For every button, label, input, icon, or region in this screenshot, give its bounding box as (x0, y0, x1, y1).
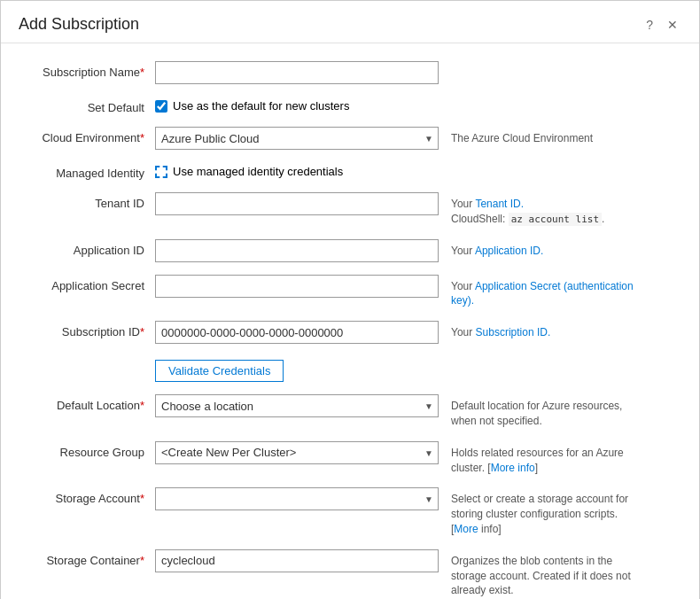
default-location-row: Default Location* Choose a location ▼ De… (22, 394, 678, 429)
application-id-hint: Your Application ID. (451, 239, 543, 259)
resource-group-row: Resource Group <Create New Per Cluster> … (22, 441, 678, 476)
subscription-id-label: Subscription ID* (22, 321, 155, 338)
default-location-label: Default Location* (22, 394, 155, 412)
application-id-input[interactable] (155, 239, 439, 262)
storage-account-select-wrapper: ▼ (155, 487, 439, 510)
storage-container-row: Storage Container* Organizes the blob co… (22, 549, 678, 598)
cloud-environment-hint: The Azure Cloud Environment (451, 127, 593, 146)
set-default-checkbox-label[interactable]: Use as the default for new clusters (173, 99, 349, 113)
tenant-id-hint: Your Tenant ID. CloudShell: az account l… (451, 192, 604, 227)
cloud-environment-input-area: Azure Public Cloud Azure Government Clou… (155, 127, 439, 150)
storage-account-more-link[interactable]: More (454, 523, 478, 535)
resource-group-hint: Holds related resources for an Azure clu… (451, 441, 646, 476)
set-default-input-area: Use as the default for new clusters (155, 97, 439, 113)
cloud-environment-label: Cloud Environment* (22, 127, 155, 144)
add-subscription-dialog: Add Subscription ? ✕ Subscription Name* … (0, 0, 700, 599)
subscription-name-input-area (155, 61, 439, 84)
cloud-environment-select-wrapper: Azure Public Cloud Azure Government Clou… (155, 127, 439, 150)
storage-container-input-area (155, 549, 439, 572)
application-secret-hint: Your Application Secret (authentication … (451, 275, 646, 309)
subscription-id-link[interactable]: Subscription ID. (476, 326, 551, 338)
application-secret-input-area (155, 275, 439, 298)
set-default-checkbox[interactable] (155, 100, 167, 113)
application-id-link[interactable]: Application ID. (475, 245, 543, 257)
application-secret-input[interactable] (155, 275, 439, 298)
help-button[interactable]: ? (642, 16, 657, 34)
resource-group-select-wrapper: <Create New Per Cluster> ▼ (155, 441, 439, 464)
subscription-id-input[interactable] (155, 321, 439, 344)
default-location-select[interactable]: Choose a location (155, 394, 439, 417)
tenant-id-input-area (155, 192, 439, 215)
dialog-titlebar: Add Subscription ? ✕ (1, 1, 699, 43)
application-id-row: Application ID Your Application ID. (22, 239, 678, 262)
subscription-id-input-area (155, 321, 439, 344)
managed-identity-row: Managed Identity Use managed identity cr… (22, 162, 678, 180)
resource-group-input-area: <Create New Per Cluster> ▼ (155, 441, 439, 464)
set-default-label: Set Default (22, 97, 155, 114)
tenant-id-link[interactable]: Tenant ID. (475, 198, 524, 210)
storage-container-hint: Organizes the blob contents in the stora… (451, 549, 646, 598)
managed-identity-checkbox-label[interactable]: Use managed identity credentials (173, 165, 343, 178)
storage-account-select[interactable] (155, 487, 439, 510)
managed-identity-label: Managed Identity (22, 162, 155, 180)
storage-container-input[interactable] (155, 549, 439, 572)
validate-credentials-spacer (22, 356, 155, 361)
managed-identity-checkbox-row: Use managed identity credentials (155, 162, 439, 178)
resource-group-label: Resource Group (22, 441, 155, 459)
application-id-input-area (155, 239, 439, 262)
subscription-name-input[interactable] (155, 61, 439, 84)
tenant-id-input[interactable] (155, 192, 439, 215)
subscription-id-row: Subscription ID* Your Subscription ID. (22, 321, 678, 344)
validate-credentials-row: Validate Credentials (22, 356, 678, 382)
tenant-id-label: Tenant ID (22, 192, 155, 210)
tenant-id-row: Tenant ID Your Tenant ID. CloudShell: az… (22, 192, 678, 227)
dialog-title: Add Subscription (19, 15, 139, 34)
storage-account-label: Storage Account* (22, 487, 155, 505)
close-button[interactable]: ✕ (664, 16, 681, 34)
tenant-id-code: az account list (509, 213, 602, 226)
cloud-environment-row: Cloud Environment* Azure Public Cloud Az… (22, 127, 678, 150)
resource-group-more-info-link[interactable]: More info (491, 462, 535, 474)
application-secret-link[interactable]: Application Secret (authentication key). (451, 280, 634, 307)
managed-identity-checkbox[interactable] (155, 166, 167, 178)
cloud-environment-select[interactable]: Azure Public Cloud Azure Government Clou… (155, 127, 439, 150)
default-location-input-area: Choose a location ▼ (155, 394, 439, 417)
validate-credentials-btn-area: Validate Credentials (155, 356, 439, 382)
application-secret-row: Application Secret Your Application Secr… (22, 275, 678, 309)
set-default-row: Set Default Use as the default for new c… (22, 97, 678, 114)
subscription-name-row: Subscription Name* (22, 61, 678, 84)
default-location-hint: Default location for Azure resources, wh… (451, 394, 646, 429)
storage-account-hint: Select or create a storage account for s… (451, 487, 646, 536)
dialog-controls: ? ✕ (642, 16, 681, 34)
default-location-select-wrapper: Choose a location ▼ (155, 394, 439, 417)
subscription-id-hint: Your Subscription ID. (451, 321, 550, 340)
application-id-label: Application ID (22, 239, 155, 257)
storage-container-label: Storage Container* (22, 549, 155, 567)
dialog-body: Subscription Name* Set Default Use as th… (1, 43, 699, 599)
validate-credentials-button[interactable]: Validate Credentials (155, 360, 284, 382)
subscription-name-label: Subscription Name* (22, 61, 155, 79)
resource-group-select[interactable]: <Create New Per Cluster> (155, 441, 439, 464)
storage-account-input-area: ▼ (155, 487, 439, 510)
application-secret-label: Application Secret (22, 275, 155, 292)
set-default-checkbox-row: Use as the default for new clusters (155, 97, 439, 113)
managed-identity-input-area: Use managed identity credentials (155, 162, 439, 178)
storage-account-row: Storage Account* ▼ Select or create a st… (22, 487, 678, 536)
